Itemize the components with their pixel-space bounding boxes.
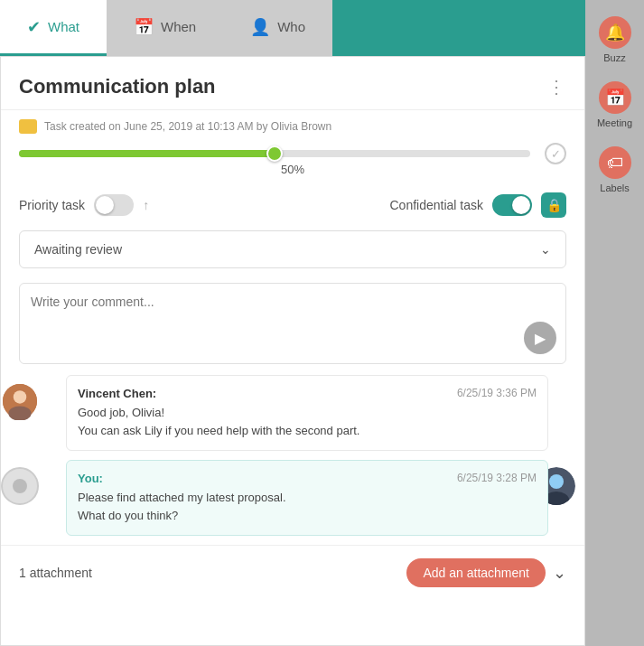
panel-header: Communication plan ⋮ <box>1 57 584 110</box>
task-meta: Task created on June 25, 2019 at 10:13 A… <box>1 110 584 143</box>
tab-who[interactable]: 👤 Who <box>223 0 332 56</box>
footer-chevron-icon[interactable]: ⌄ <box>553 563 566 583</box>
confidential-toggle-knob <box>512 196 530 214</box>
progress-bar-fill <box>19 150 275 157</box>
priority-task-group: Priority task ↑ <box>19 194 149 216</box>
status-value: Awaiting review <box>34 242 122 257</box>
comment-time-1: 6/25/19 3:36 PM <box>457 387 537 399</box>
sidebar-labels-button[interactable]: 🏷 Labels <box>592 139 639 201</box>
send-comment-button[interactable]: ▶ <box>524 322 556 354</box>
sidebar-buzz-button[interactable]: 🔔 Buzz <box>592 9 639 70</box>
comment-header-1: Vincent Chen: 6/25/19 3:36 PM <box>78 387 537 400</box>
avatar-you-outer <box>1 467 39 505</box>
comment-item-2: You: 6/25/19 3:28 PM Please find attache… <box>48 460 566 536</box>
svg-point-1 <box>14 390 26 403</box>
progress-label: 50% <box>19 163 566 176</box>
tag-icon <box>19 119 37 134</box>
confidential-task-toggle[interactable] <box>492 194 532 216</box>
progress-thumb <box>266 145 283 162</box>
toggles-row: Priority task ↑ Confidential task 🔒 <box>1 180 584 230</box>
buzz-bell-icon: 🔔 <box>599 16 631 49</box>
comment-section: ▶ <box>19 283 566 364</box>
comment-item-1: Vincent Chen: 6/25/19 3:36 PM Good job, … <box>48 375 566 451</box>
add-attachment-button[interactable]: Add an attachment <box>406 558 546 587</box>
avatar-you-inner <box>13 479 27 493</box>
what-check-icon: ✔ <box>27 17 41 37</box>
buzz-label: Buzz <box>603 52 625 63</box>
svg-point-4 <box>549 474 564 489</box>
meeting-calendar-icon: 📅 <box>599 81 631 114</box>
comment-input[interactable] <box>31 295 555 349</box>
meeting-label: Meeting <box>597 117 632 128</box>
comment-header-2: You: 6/25/19 3:28 PM <box>78 472 537 485</box>
progress-row: ✓ <box>19 150 566 157</box>
priority-up-icon: ↑ <box>143 198 149 212</box>
comments-list: Vincent Chen: 6/25/19 3:36 PM Good job, … <box>1 375 584 536</box>
comment-body-1: Vincent Chen: 6/25/19 3:36 PM Good job, … <box>66 375 548 451</box>
status-dropdown[interactable]: Awaiting review ⌄ <box>19 230 566 268</box>
tabs: ✔ What 📅 When 👤 Who <box>0 0 585 56</box>
tab-who-label: Who <box>277 19 305 34</box>
svg-point-2 <box>8 406 31 420</box>
who-person-icon: 👤 <box>250 17 270 37</box>
task-created-text: Task created on June 25, 2019 at 10:13 A… <box>44 120 331 133</box>
content-panel: Communication plan ⋮ Task created on Jun… <box>0 56 585 646</box>
more-options-icon[interactable]: ⋮ <box>547 76 566 98</box>
progress-bar-track[interactable] <box>19 150 530 157</box>
confidential-task-label: Confidential task <box>389 198 483 212</box>
priority-task-toggle[interactable] <box>94 194 134 216</box>
sidebar-meeting-button[interactable]: 📅 Meeting <box>592 74 639 136</box>
dropdown-chevron-icon: ⌄ <box>540 242 551 257</box>
comment-text-1: Good job, Olivia!You can ask Lily if you… <box>78 404 537 439</box>
send-icon: ▶ <box>535 330 546 347</box>
progress-check-icon[interactable]: ✓ <box>545 143 566 164</box>
progress-section: ✓ 50% <box>1 143 584 180</box>
labels-label: Labels <box>600 183 629 193</box>
comment-author-1: Vincent Chen: <box>78 387 156 400</box>
panel-footer: 1 attachment Add an attachment ⌄ <box>1 545 584 600</box>
confidential-task-group: Confidential task 🔒 <box>389 192 566 218</box>
right-sidebar: 🔔 Buzz 📅 Meeting 🏷 Labels <box>585 0 644 646</box>
comment-time-2: 6/25/19 3:28 PM <box>457 472 537 484</box>
avatar-vincent <box>1 382 39 420</box>
tab-when-label: When <box>161 19 196 34</box>
priority-toggle-knob <box>96 196 114 214</box>
footer-right: Add an attachment ⌄ <box>406 558 566 587</box>
comment-body-2: You: 6/25/19 3:28 PM Please find attache… <box>66 460 548 536</box>
comment-author-2: You: <box>78 472 103 485</box>
labels-tag-icon: 🏷 <box>599 146 631 179</box>
comment-text-2: Please find attached my latest proposal.… <box>78 489 537 524</box>
when-calendar-icon: 📅 <box>134 17 154 37</box>
priority-task-label: Priority task <box>19 198 85 212</box>
tab-what-label: What <box>48 19 79 34</box>
panel-title: Communication plan <box>19 75 216 98</box>
tab-what[interactable]: ✔ What <box>0 0 107 56</box>
lock-icon: 🔒 <box>541 192 566 218</box>
attachment-count: 1 attachment <box>19 566 92 580</box>
tab-when[interactable]: 📅 When <box>107 0 223 56</box>
